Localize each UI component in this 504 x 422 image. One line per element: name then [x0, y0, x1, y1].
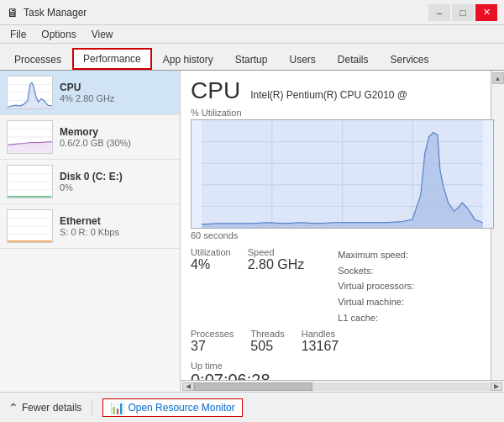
cpu-model: Intel(R) Pentium(R) CPU G2010 @ [250, 89, 407, 101]
menu-options[interactable]: Options [34, 27, 82, 42]
minimize-button[interactable]: – [428, 4, 450, 21]
resource-cpu[interactable]: CPU 4% 2.80 GHz [0, 71, 180, 115]
scrollbar-thumb[interactable] [194, 382, 312, 391]
chevron-up-icon: ⌃ [8, 401, 18, 414]
threads-label: Threads [250, 329, 284, 339]
tab-performance[interactable]: Performance [72, 48, 152, 70]
h-scrollbar: ◀ ▶ [181, 380, 504, 392]
processes-stat: Processes 37 [191, 329, 234, 354]
utilization-label: Utilization [191, 247, 231, 257]
open-resource-label: Open Resource Monitor [128, 402, 234, 414]
resource-disk[interactable]: Disk 0 (C: E:) 0% [0, 160, 180, 204]
threads-stat: Threads 505 [250, 329, 284, 354]
tab-startup[interactable]: Startup [224, 48, 279, 70]
memory-detail: 0.6/2.0 GB (30%) [60, 138, 173, 148]
window-controls: – □ ✕ [428, 4, 497, 21]
window-icon: 🖥 [7, 6, 18, 19]
tab-app-history[interactable]: App history [152, 48, 224, 70]
threads-value: 505 [250, 339, 284, 354]
cpu-header: CPU Intel(R) Pentium(R) CPU G2010 @ [191, 77, 494, 104]
resource-memory[interactable]: Memory 0.6/2.0 GB (30%) [0, 115, 180, 160]
handles-label: Handles [302, 329, 339, 339]
menu-bar: File Options View [0, 25, 504, 44]
tab-bar: Processes Performance App history Startu… [0, 44, 504, 71]
resource-monitor-icon: 📊 [110, 401, 124, 414]
processes-label: Processes [191, 329, 234, 339]
stats-row-1: Utilization 4% Speed 2.80 GHz Maximum sp… [191, 247, 494, 325]
menu-file[interactable]: File [3, 27, 33, 42]
tab-services[interactable]: Services [380, 48, 440, 70]
speed-label: Speed [248, 247, 305, 257]
title-bar: 🖥 Task Manager – □ ✕ [0, 0, 504, 25]
close-button[interactable]: ✕ [475, 4, 497, 21]
ethernet-name: Ethernet [60, 215, 173, 227]
divider [92, 399, 92, 416]
ethernet-thumbnail [7, 209, 53, 243]
chart-seconds: 60 seconds [191, 230, 494, 240]
utilization-stat: Utilization 4% [191, 247, 231, 325]
right-info: Maximum speed: Sockets: Virtual processo… [338, 247, 414, 325]
memory-thumbnail [7, 120, 53, 154]
l1-cache-label: L1 cache: [338, 310, 414, 326]
uptime-section: Up time 0:07:06:28 [191, 361, 494, 380]
open-resource-monitor-button[interactable]: 📊 Open Resource Monitor [102, 398, 242, 417]
scroll-right-arrow[interactable]: ▶ [491, 382, 502, 391]
ethernet-info: Ethernet S: 0 R: 0 Kbps [60, 215, 173, 237]
maximize-button[interactable]: □ [452, 4, 474, 21]
cpu-info: CPU 4% 2.80 GHz [60, 82, 173, 103]
speed-stat: Speed 2.80 GHz [248, 247, 305, 325]
disk-name: Disk 0 (C: E:) [60, 171, 173, 182]
processes-value: 37 [191, 339, 234, 354]
speed-value: 2.80 GHz [248, 257, 305, 272]
utilization-chart [191, 119, 494, 229]
tab-processes[interactable]: Processes [3, 48, 72, 70]
disk-info: Disk 0 (C: E:) 0% [60, 171, 173, 193]
max-speed-label: Maximum speed: [338, 247, 414, 263]
stats-row-2: Processes 37 Threads 505 Handles 13167 [191, 329, 494, 354]
bottom-bar: ⌃ Fewer details 📊 Open Resource Monitor [0, 392, 504, 422]
memory-info: Memory 0.6/2.0 GB (30%) [60, 126, 173, 148]
left-panel: CPU 4% 2.80 GHz Memory 0.6/2.0 GB (30 [0, 71, 181, 392]
cpu-title: CPU [191, 77, 240, 104]
tab-details[interactable]: Details [327, 48, 380, 70]
uptime-value: 0:07:06:28 [191, 371, 494, 380]
chart-label: % Utilization [191, 108, 494, 118]
handles-stat: Handles 13167 [302, 329, 339, 354]
disk-detail: 0% [60, 182, 173, 193]
memory-name: Memory [60, 126, 173, 138]
cpu-detail: 4% 2.80 GHz [60, 93, 173, 103]
tab-users[interactable]: Users [278, 48, 326, 70]
resource-ethernet[interactable]: Ethernet S: 0 R: 0 Kbps [0, 204, 180, 249]
menu-view[interactable]: View [85, 27, 120, 42]
ethernet-detail: S: 0 R: 0 Kbps [60, 227, 173, 237]
uptime-label: Up time [191, 361, 494, 371]
disk-thumbnail [7, 165, 53, 198]
fewer-details-button[interactable]: ⌃ Fewer details [8, 401, 81, 414]
window-title: Task Manager [24, 7, 87, 18]
cpu-thumbnail [7, 76, 53, 109]
utilization-value: 4% [191, 257, 231, 272]
handles-value: 13167 [302, 339, 339, 354]
scroll-left-arrow[interactable]: ◀ [182, 382, 194, 391]
scrollbar-track[interactable] [194, 382, 491, 391]
sockets-label: Sockets: [338, 263, 414, 279]
title-bar-left: 🖥 Task Manager [7, 6, 87, 19]
svg-rect-16 [8, 241, 51, 242]
virtual-machine-label: Virtual machine: [338, 294, 414, 310]
fewer-details-label: Fewer details [22, 402, 81, 414]
cpu-name: CPU [60, 82, 173, 93]
right-panel: ▲ CPU Intel(R) Pentium(R) CPU G2010 @ % … [181, 71, 504, 380]
virtual-processors-label: Virtual processors: [338, 278, 414, 294]
main-content: CPU 4% 2.80 GHz Memory 0.6/2.0 GB (30 [0, 71, 504, 392]
